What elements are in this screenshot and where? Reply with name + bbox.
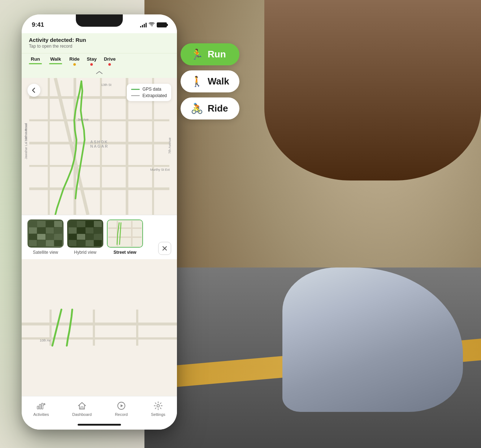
svg-marker-31 bbox=[121, 404, 123, 407]
lower-map: 10th Av bbox=[22, 259, 177, 396]
legend-extrapolated-label: Extrapolated bbox=[143, 93, 167, 98]
street-label-murthy: Murthy St Ext bbox=[150, 168, 170, 171]
tab-walk[interactable]: Walk bbox=[49, 56, 62, 66]
hybrid-view-thumb bbox=[67, 219, 103, 248]
tab-run-indicator bbox=[29, 63, 42, 64]
activity-subtitle: Tap to open the record bbox=[29, 44, 170, 49]
wifi-icon bbox=[149, 22, 155, 28]
bottom-nav: Activities Dashboard Record bbox=[22, 396, 177, 419]
hybrid-view-label: Hybrid view bbox=[74, 250, 96, 255]
legend-gps: GPS data bbox=[131, 87, 167, 92]
svg-rect-26 bbox=[39, 404, 41, 409]
ride-emoji: 🚴 bbox=[191, 103, 203, 114]
phone-notch bbox=[76, 14, 123, 27]
street-view-label: Street view bbox=[113, 250, 136, 255]
satellite-view-item[interactable]: Satellite view bbox=[27, 219, 64, 255]
activities-label: Activities bbox=[33, 412, 49, 417]
tab-ride[interactable]: Ride bbox=[69, 56, 79, 66]
nav-settings[interactable]: Settings bbox=[151, 401, 165, 417]
svg-rect-29 bbox=[81, 407, 83, 409]
svg-text:10th Av: 10th Av bbox=[40, 339, 51, 342]
legend-extrapolated: Extrapolated bbox=[131, 93, 167, 98]
street-view-inner bbox=[108, 220, 142, 247]
signal-icon bbox=[140, 22, 147, 27]
svg-rect-27 bbox=[42, 403, 43, 409]
tab-stay-dot bbox=[90, 63, 93, 66]
phone-device: 9:41 Activity detected: Run Tap to open bbox=[22, 14, 177, 430]
street-view-thumb bbox=[107, 219, 143, 248]
street-label-13th: 13th St bbox=[101, 83, 112, 87]
home-bar bbox=[78, 424, 121, 426]
run-emoji: 🏃 bbox=[191, 48, 203, 60]
walk-pill[interactable]: 🚶 Walk bbox=[181, 70, 239, 92]
tab-ride-dot bbox=[73, 63, 76, 66]
run-pill[interactable]: 🏃 Run bbox=[181, 43, 239, 65]
activities-icon bbox=[36, 401, 46, 411]
map-area[interactable]: 13th St 3rd Ave 19th Avenue Jawahar Lal … bbox=[22, 78, 177, 215]
legend-gray-line bbox=[131, 95, 140, 96]
nav-dashboard[interactable]: Dashboard bbox=[72, 401, 92, 417]
tab-stay[interactable]: Stay bbox=[87, 56, 96, 66]
battery-icon bbox=[157, 22, 167, 27]
walk-label: Walk bbox=[208, 76, 229, 87]
dashboard-label: Dashboard bbox=[72, 412, 92, 417]
street-label-7th: 7th Avenue bbox=[168, 138, 172, 154]
status-time: 9:41 bbox=[32, 21, 44, 29]
record-label: Record bbox=[115, 412, 127, 417]
nav-record[interactable]: Record bbox=[115, 401, 127, 417]
street-view-item[interactable]: Street view bbox=[107, 219, 143, 255]
map-legend: GPS data Extrapolated bbox=[127, 84, 171, 101]
satellite-pattern bbox=[28, 220, 63, 247]
walk-emoji: 🚶 bbox=[191, 75, 203, 87]
street-label-3rd: 3rd Ave bbox=[78, 118, 88, 121]
street-label-jn: Jawahar Lal Nehru Road bbox=[24, 123, 28, 159]
settings-label: Settings bbox=[151, 412, 165, 417]
tab-drive[interactable]: Drive bbox=[104, 56, 116, 66]
home-indicator bbox=[22, 419, 177, 430]
svg-point-28 bbox=[44, 404, 45, 405]
satellite-view-label: Satellite view bbox=[33, 250, 58, 255]
activity-title: Activity detected: Run bbox=[29, 37, 170, 43]
activity-pills: 🏃 Run 🚶 Walk 🚴 Ride bbox=[181, 43, 239, 119]
runner-leg bbox=[264, 0, 481, 180]
svg-rect-25 bbox=[37, 406, 39, 409]
ride-pill[interactable]: 🚴 Ride bbox=[181, 97, 239, 119]
activity-tabs: Run Walk Ride Stay Drive bbox=[22, 53, 177, 67]
nav-activities[interactable]: Activities bbox=[33, 401, 49, 417]
area-label: ASHOKNAGAR bbox=[90, 140, 108, 148]
map-views: Satellite view bbox=[22, 215, 177, 259]
svg-point-32 bbox=[157, 405, 159, 407]
settings-icon bbox=[153, 401, 163, 411]
svg-rect-11 bbox=[108, 221, 142, 246]
tab-run[interactable]: Run bbox=[29, 56, 42, 66]
satellite-view-thumb bbox=[27, 219, 64, 248]
activity-bar[interactable]: Activity detected: Run Tap to open the r… bbox=[22, 33, 177, 53]
hybrid-pattern bbox=[68, 220, 103, 247]
close-button[interactable] bbox=[158, 242, 171, 255]
ride-label: Ride bbox=[208, 103, 228, 114]
legend-green-line bbox=[131, 89, 140, 90]
home-icon bbox=[77, 401, 87, 411]
run-label: Run bbox=[208, 49, 226, 60]
back-button[interactable] bbox=[27, 84, 40, 97]
collapse-handle[interactable] bbox=[22, 67, 177, 78]
status-icons bbox=[140, 22, 167, 28]
tab-drive-dot bbox=[108, 63, 111, 66]
hybrid-view-item[interactable]: Hybrid view bbox=[67, 219, 103, 255]
tab-walk-indicator bbox=[49, 63, 62, 64]
legend-gps-label: GPS data bbox=[143, 87, 161, 92]
record-icon bbox=[116, 401, 126, 411]
